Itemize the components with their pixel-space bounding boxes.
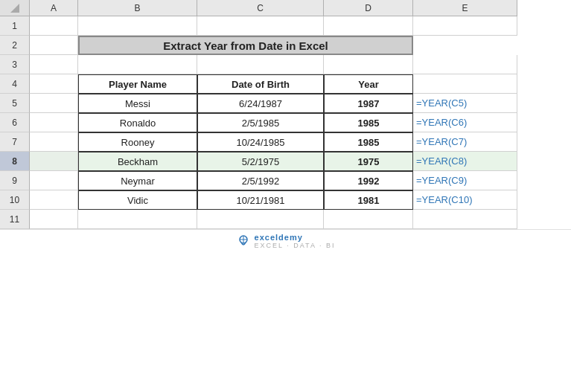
table-row: 3 <box>0 55 571 74</box>
cell-e5[interactable]: =YEAR(C5) <box>413 94 517 113</box>
cell-a8[interactable] <box>30 152 78 171</box>
cell-b5[interactable]: Messi <box>78 94 197 113</box>
spreadsheet: A B C D E 1 2 Extract Year from Date in … <box>0 0 571 392</box>
cell-e11[interactable] <box>413 210 517 229</box>
cell-e3[interactable] <box>413 55 517 74</box>
row-header-10: 10 <box>0 190 30 210</box>
cell-e6[interactable]: =YEAR(C6) <box>413 113 517 132</box>
cell-c11[interactable] <box>197 210 324 229</box>
row-header-6: 6 <box>0 113 30 132</box>
cell-e9[interactable]: =YEAR(C9) <box>413 171 517 190</box>
row-header-1: 1 <box>0 16 30 36</box>
cell-b10[interactable]: Vidic <box>78 190 197 210</box>
table-row: 8 Beckham 5/2/1975 1975 =YEAR(C8) <box>0 152 571 171</box>
title-cell[interactable]: Extract Year from Date in Excel <box>78 36 413 55</box>
table-row: 4 Player Name Date of Birth Year <box>0 74 571 94</box>
corner-cell <box>0 0 30 16</box>
cell-a2[interactable] <box>30 36 78 55</box>
cell-b1[interactable] <box>78 16 197 36</box>
cell-b3[interactable] <box>78 55 197 74</box>
logo-sub-text: EXCEL · DATA · BI <box>255 242 336 249</box>
exceldemy-logo-icon <box>236 234 251 248</box>
cell-c5[interactable]: 6/24/1987 <box>197 94 324 113</box>
cell-e7[interactable]: =YEAR(C7) <box>413 132 517 152</box>
cell-e1[interactable] <box>413 16 517 36</box>
cell-a6[interactable] <box>30 113 78 132</box>
logo-text-container: exceldemy EXCEL · DATA · BI <box>255 233 336 249</box>
row-header-5: 5 <box>0 94 30 113</box>
table-row: 6 Ronaldo 2/5/1985 1985 =YEAR(C6) <box>0 113 571 132</box>
col-header-c[interactable]: C <box>197 0 324 16</box>
cell-b11[interactable] <box>78 210 197 229</box>
cell-d6[interactable]: 1985 <box>324 113 413 132</box>
cell-a10[interactable] <box>30 190 78 210</box>
cell-a4[interactable] <box>30 74 78 94</box>
cell-e4[interactable] <box>413 74 517 94</box>
col-header-a[interactable]: A <box>30 0 78 16</box>
grid-body: 1 2 Extract Year from Date in Excel 3 4 <box>0 16 571 229</box>
cell-c7[interactable]: 10/24/1985 <box>197 132 324 152</box>
svg-marker-0 <box>10 4 19 13</box>
table-row: 2 Extract Year from Date in Excel <box>0 36 571 55</box>
cell-d11[interactable] <box>324 210 413 229</box>
cell-a9[interactable] <box>30 171 78 190</box>
table-row: 10 Vidic 10/21/1981 1981 =YEAR(C10) <box>0 190 571 210</box>
cell-c6[interactable]: 2/5/1985 <box>197 113 324 132</box>
row-header-3: 3 <box>0 55 30 74</box>
cell-d10[interactable]: 1981 <box>324 190 413 210</box>
cell-d9[interactable]: 1992 <box>324 171 413 190</box>
cell-c8[interactable]: 5/2/1975 <box>197 152 324 171</box>
cell-d5[interactable]: 1987 <box>324 94 413 113</box>
cell-a3[interactable] <box>30 55 78 74</box>
cell-e10[interactable]: =YEAR(C10) <box>413 190 517 210</box>
table-row: 1 <box>0 16 571 36</box>
cell-d1[interactable] <box>324 16 413 36</box>
cell-a1[interactable] <box>30 16 78 36</box>
cell-a11[interactable] <box>30 210 78 229</box>
row-header-4: 4 <box>0 74 30 94</box>
column-headers: A B C D E <box>0 0 571 16</box>
table-row: 11 <box>0 210 571 229</box>
cell-b7[interactable]: Rooney <box>78 132 197 152</box>
cell-c1[interactable] <box>197 16 324 36</box>
cell-a5[interactable] <box>30 94 78 113</box>
col-header-e[interactable]: E <box>413 0 517 16</box>
cell-a7[interactable] <box>30 132 78 152</box>
row-header-2: 2 <box>0 36 30 55</box>
row-header-9: 9 <box>0 171 30 190</box>
col-header-b[interactable]: B <box>78 0 197 16</box>
cell-b9[interactable]: Neymar <box>78 171 197 190</box>
cell-d4-header[interactable]: Year <box>324 74 413 94</box>
cell-d8[interactable]: 1975 <box>324 152 413 171</box>
cell-c4-header[interactable]: Date of Birth <box>197 74 324 94</box>
table-row: 5 Messi 6/24/1987 1987 =YEAR(C5) <box>0 94 571 113</box>
col-header-d[interactable]: D <box>324 0 413 16</box>
logo-main-text: exceldemy <box>255 233 303 242</box>
cell-b8[interactable]: Beckham <box>78 152 197 171</box>
cell-b6[interactable]: Ronaldo <box>78 113 197 132</box>
bottom-logo: exceldemy EXCEL · DATA · BI <box>0 229 571 251</box>
table-row: 7 Rooney 10/24/1985 1985 =YEAR(C7) <box>0 132 571 152</box>
table-row: 9 Neymar 2/5/1992 1992 =YEAR(C9) <box>0 171 571 190</box>
cell-d3[interactable] <box>324 55 413 74</box>
row-header-7: 7 <box>0 132 30 152</box>
cell-b4-header[interactable]: Player Name <box>78 74 197 94</box>
row-header-8: 8 <box>0 152 30 171</box>
cell-d7[interactable]: 1985 <box>324 132 413 152</box>
cell-c3[interactable] <box>197 55 324 74</box>
row-header-11: 11 <box>0 210 30 229</box>
cell-c9[interactable]: 2/5/1992 <box>197 171 324 190</box>
cell-e8[interactable]: =YEAR(C8) <box>413 152 517 171</box>
cell-c10[interactable]: 10/21/1981 <box>197 190 324 210</box>
